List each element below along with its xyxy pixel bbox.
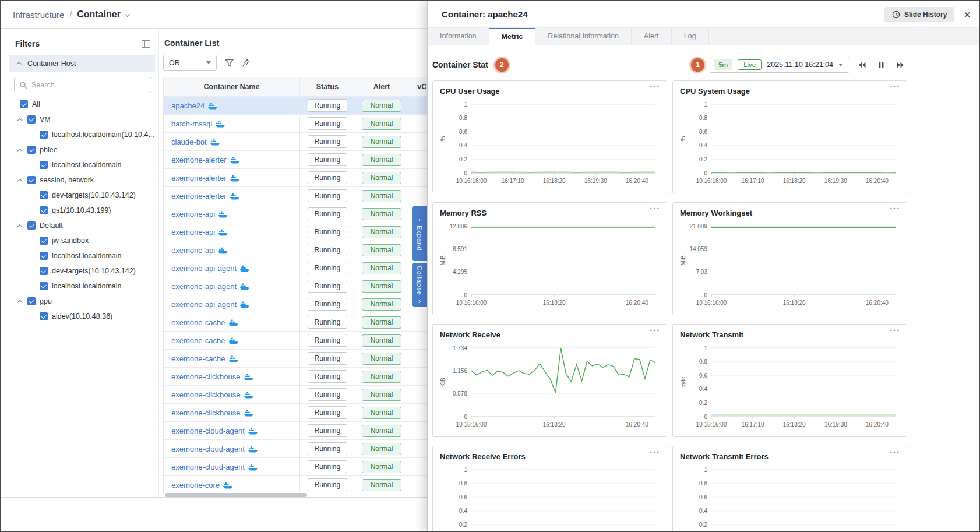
- checkbox-checked[interactable]: [40, 312, 48, 320]
- close-icon[interactable]: ×: [964, 9, 971, 20]
- container-name-link[interactable]: batch-mssql: [171, 119, 212, 128]
- tree-item-localhost-localdomain[interactable]: localhost.localdomain: [9, 157, 155, 172]
- container-name-link[interactable]: claude-bot: [171, 138, 207, 146]
- chevron-up-icon[interactable]: [17, 147, 23, 153]
- status-badge[interactable]: Running: [308, 442, 348, 455]
- chart-menu-icon[interactable]: ···: [650, 447, 660, 457]
- status-badge[interactable]: Running: [308, 207, 348, 220]
- interval-badge[interactable]: 5m: [714, 59, 732, 70]
- status-badge[interactable]: Running: [308, 189, 348, 202]
- operator-select[interactable]: OR: [163, 55, 217, 71]
- chart-menu-icon[interactable]: ···: [650, 82, 660, 91]
- container-name-link[interactable]: exemone-api-agent: [171, 282, 237, 291]
- table-row-exemone-alerter[interactable]: exemone-alerterRunningNormal: [164, 169, 455, 187]
- container-name-link[interactable]: apache24: [171, 101, 205, 110]
- time-range-control[interactable]: 5m Live 2025.11.10 16:21:04: [710, 57, 849, 73]
- tree-item-all[interactable]: All: [9, 97, 155, 112]
- status-badge[interactable]: Running: [308, 135, 348, 148]
- column-header-alert[interactable]: Alert: [355, 77, 409, 96]
- status-badge[interactable]: Running: [308, 388, 348, 401]
- tree-item-dev-targets-10-10-43-142[interactable]: dev-targets(10.10.43.142): [9, 188, 155, 203]
- table-row-exemone-core[interactable]: exemone-coreRunningNormal: [164, 476, 455, 494]
- container-name-link[interactable]: exemone-core: [171, 481, 220, 489]
- table-row-exemone-cache[interactable]: exemone-cacheRunningNormal: [164, 313, 455, 332]
- slide-history-button[interactable]: Slide History: [884, 7, 954, 22]
- checkbox-checked[interactable]: [40, 237, 48, 245]
- container-name-link[interactable]: exemone-api-agent: [171, 264, 237, 273]
- tab-information[interactable]: Information: [428, 28, 489, 45]
- table-row-exemone-api-agent[interactable]: exemone-api-agentRunningNormal: [164, 295, 455, 313]
- checkbox-checked[interactable]: [40, 252, 48, 260]
- checkbox-checked[interactable]: [27, 146, 36, 154]
- table-row-exemone-clickhouse[interactable]: exemone-clickhouseRunningNormal: [164, 404, 455, 422]
- table-row-exemone-api[interactable]: exemone-apiRunningNormal: [164, 223, 455, 241]
- forward-button[interactable]: [893, 58, 907, 72]
- tree-item-session-network[interactable]: session, network: [9, 172, 155, 188]
- chart-menu-icon[interactable]: ···: [650, 203, 660, 213]
- tree-item-jw-sandbox[interactable]: jw-sandbox: [9, 233, 155, 248]
- container-name-link[interactable]: exemone-clickhouse: [171, 390, 241, 399]
- chart-menu-icon[interactable]: ···: [890, 325, 900, 335]
- chart-menu-icon[interactable]: ···: [890, 203, 900, 213]
- rewind-button[interactable]: [855, 58, 869, 72]
- chevron-down-icon[interactable]: [125, 12, 131, 19]
- tree-item-localhost-localdomain[interactable]: localhost.localdomain: [9, 248, 155, 263]
- chevron-up-icon[interactable]: [17, 298, 23, 305]
- status-badge[interactable]: Running: [308, 171, 348, 184]
- table-row-exemone-api[interactable]: exemone-apiRunningNormal: [164, 205, 455, 223]
- tree-item-phlee[interactable]: phlee: [9, 142, 155, 157]
- tab-log[interactable]: Log: [672, 28, 709, 45]
- container-name-link[interactable]: exemone-api-agent: [171, 300, 237, 309]
- container-name-link[interactable]: exemone-cache: [171, 354, 225, 363]
- status-badge[interactable]: Running: [308, 117, 348, 130]
- checkbox-checked[interactable]: [40, 161, 48, 169]
- collapse-tab[interactable]: Collapse ›: [412, 263, 427, 307]
- checkbox-checked[interactable]: [27, 221, 36, 230]
- container-name-link[interactable]: exemone-cloud-agent: [171, 463, 245, 471]
- pin-icon[interactable]: [242, 59, 250, 67]
- status-badge[interactable]: Running: [308, 460, 348, 473]
- chart-menu-icon[interactable]: ···: [890, 447, 900, 457]
- table-row-batch-mssql[interactable]: batch-mssqlRunningNormal: [164, 115, 455, 133]
- table-row-exemone-cache[interactable]: exemone-cacheRunningNormal: [164, 350, 455, 368]
- horizontal-scrollbar[interactable]: [165, 493, 307, 497]
- status-badge[interactable]: Running: [308, 262, 348, 274]
- tab-metric[interactable]: Metric: [489, 28, 536, 45]
- table-row-exemone-api-agent[interactable]: exemone-api-agentRunningNormal: [164, 277, 455, 295]
- checkbox-checked[interactable]: [40, 191, 48, 199]
- status-badge[interactable]: Running: [308, 478, 348, 491]
- container-name-link[interactable]: exemone-api: [171, 228, 215, 237]
- tree-item-localhost-localdomain-10-10-4[interactable]: localhost.localdomain(10.10.4...: [9, 127, 155, 142]
- table-row-exemone-cloud-agent[interactable]: exemone-cloud-agentRunningNormal: [164, 440, 455, 458]
- tree-item-vm[interactable]: VM: [9, 112, 155, 127]
- search-input[interactable]: [31, 81, 146, 89]
- checkbox-checked[interactable]: [27, 176, 36, 184]
- container-name-link[interactable]: exemone-api: [171, 210, 215, 219]
- container-name-link[interactable]: exemone-clickhouse: [171, 408, 241, 417]
- table-row-exemone-cloud-agent[interactable]: exemone-cloud-agentRunningNormal: [164, 422, 455, 440]
- breadcrumb-section[interactable]: Infrastructure: [13, 10, 64, 20]
- table-row-claude-bot[interactable]: claude-botRunningNormal: [164, 133, 455, 151]
- chevron-up-icon[interactable]: [17, 117, 23, 123]
- container-name-link[interactable]: exemone-clickhouse: [171, 372, 241, 381]
- expand-tab[interactable]: ‹ Expand: [412, 206, 427, 261]
- table-row-exemone-api-agent[interactable]: exemone-api-agentRunningNormal: [164, 259, 455, 277]
- pause-button[interactable]: [874, 58, 888, 72]
- tree-item-aidev-10-10-48-36[interactable]: aidev(10.10.48.36): [9, 309, 155, 324]
- chart-menu-icon[interactable]: ···: [890, 82, 900, 91]
- status-badge[interactable]: Running: [308, 244, 348, 256]
- table-row-exemone-cache[interactable]: exemone-cacheRunningNormal: [164, 332, 455, 350]
- status-badge[interactable]: Running: [308, 99, 348, 112]
- chart-menu-icon[interactable]: ···: [650, 325, 660, 335]
- container-name-link[interactable]: exemone-api: [171, 246, 215, 255]
- status-badge[interactable]: Running: [308, 370, 348, 383]
- status-badge[interactable]: Running: [308, 424, 348, 437]
- status-badge[interactable]: Running: [308, 316, 348, 329]
- status-badge[interactable]: Running: [308, 153, 348, 166]
- status-badge[interactable]: Running: [308, 298, 348, 311]
- table-row-exemone-alerter[interactable]: exemone-alerterRunningNormal: [164, 187, 455, 205]
- table-row-exemone-alerter[interactable]: exemone-alerterRunningNormal: [164, 151, 455, 169]
- container-name-link[interactable]: exemone-cache: [171, 336, 225, 345]
- checkbox-checked[interactable]: [40, 131, 48, 139]
- tab-alert[interactable]: Alert: [632, 28, 672, 45]
